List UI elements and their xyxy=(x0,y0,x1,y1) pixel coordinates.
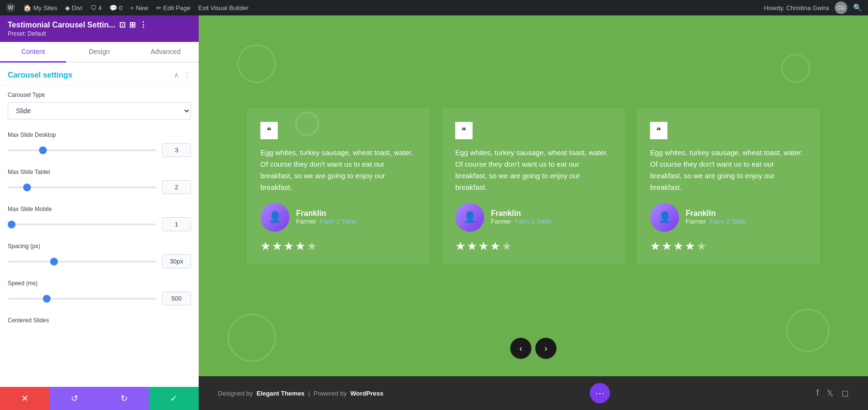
speed-control xyxy=(8,291,191,305)
settings-panel: Testimonial Carousel Settin... ⊡ ⊞ ⋮ Pre… xyxy=(0,15,199,410)
wp-logo-icon[interactable]: W xyxy=(6,3,15,13)
site-footer: Designed by Elegant Themes | Powered by … xyxy=(199,376,868,410)
panel-expand-icon[interactable]: ⊡ xyxy=(119,20,125,29)
spacing-setting: Spacing (px) xyxy=(0,237,199,274)
centered-slides-setting: Centered Slides xyxy=(0,311,199,334)
author-avatar-3: 👤 xyxy=(650,203,679,232)
author-name-2: Franklin xyxy=(491,209,551,218)
tab-design[interactable]: Design xyxy=(66,42,132,63)
max-slide-tablet-slider[interactable] xyxy=(8,186,156,188)
facebook-icon[interactable]: f xyxy=(816,388,819,398)
max-slide-tablet-value[interactable] xyxy=(162,180,191,194)
speed-label: Speed (ms) xyxy=(8,280,191,287)
stars-3: ★★★★★ xyxy=(650,239,806,253)
admin-bar-comments[interactable]: 🗨 4 xyxy=(90,4,102,12)
carousel-type-select[interactable]: Slide Fade Coverflow xyxy=(8,102,191,119)
settings-content: Carousel settings ∧ ⋮ Carousel Type Slid… xyxy=(0,63,199,387)
quote-icon-1: ❝ xyxy=(260,122,278,139)
tab-bar: Content Design Advanced xyxy=(0,42,199,63)
carousel-prev-button[interactable]: ‹ xyxy=(510,338,531,359)
speed-value[interactable] xyxy=(162,291,191,305)
admin-bar-exit-builder[interactable]: Exit Visual Builder xyxy=(198,4,249,12)
tab-advanced[interactable]: Advanced xyxy=(133,42,199,63)
redo-button[interactable]: ↻ xyxy=(99,387,149,410)
tab-content[interactable]: Content xyxy=(0,42,66,63)
main-layout: Testimonial Carousel Settin... ⊡ ⊞ ⋮ Pre… xyxy=(0,15,868,410)
author-desc-3: Farmer Farm 2 Table xyxy=(686,218,746,225)
quote-icon-3: ❝ xyxy=(650,122,667,139)
author-row-3: 👤 Franklin Farmer Farm 2 Table xyxy=(650,203,806,232)
carousel-container: ❝ Egg whites, turkey sausage, wheat toas… xyxy=(199,15,868,376)
author-info-3: Franklin Farmer Farm 2 Table xyxy=(686,209,746,225)
section-menu-icon[interactable]: ⋮ xyxy=(183,70,191,79)
comment2-icon: 💬 xyxy=(109,4,117,12)
carousel-track: ❝ Egg whites, turkey sausage, wheat toas… xyxy=(208,108,858,265)
author-avatar-img-2: 👤 xyxy=(455,203,484,232)
speed-setting: Speed (ms) xyxy=(0,274,199,311)
admin-bar-new[interactable]: + New xyxy=(130,4,149,12)
instagram-icon[interactable]: ◻ xyxy=(841,388,849,398)
admin-bar-right: Howdy, Christina Gwira CG 🔍 xyxy=(764,1,862,14)
author-avatar-img-1: 👤 xyxy=(260,203,289,232)
spacing-slider[interactable] xyxy=(8,261,156,263)
max-slide-tablet-setting: Max Slide Tablet xyxy=(0,163,199,200)
max-slide-mobile-slider[interactable] xyxy=(8,224,156,225)
testimonial-text-2: Egg whites, turkey sausage, wheat toast,… xyxy=(455,147,611,193)
max-slide-desktop-label: Max Slide Desktop xyxy=(8,132,191,138)
footer-text: Designed by Elegant Themes | Powered by … xyxy=(218,390,383,397)
section-title: Carousel settings xyxy=(8,71,174,79)
author-info-1: Franklin Farmer Farm 2 Table xyxy=(296,209,356,225)
stars-2: ★★★★★ xyxy=(455,239,611,253)
section-actions: ∧ ⋮ xyxy=(174,70,191,79)
section-header: Carousel settings ∧ ⋮ xyxy=(0,63,199,86)
author-avatar-1: 👤 xyxy=(260,203,289,232)
search-icon[interactable]: 🔍 xyxy=(853,3,862,12)
plus-icon: + xyxy=(130,4,134,12)
quote-icon-2: ❝ xyxy=(455,122,473,139)
divi-icon: ◆ xyxy=(65,4,70,12)
panel-grid-icon[interactable]: ⊞ xyxy=(129,20,136,29)
panel-header: Testimonial Carousel Settin... ⊡ ⊞ ⋮ Pre… xyxy=(0,15,199,42)
author-desc-1: Farmer Farm 2 Table xyxy=(296,218,356,225)
spacing-label: Spacing (px) xyxy=(8,243,191,250)
avatar[interactable]: CG xyxy=(835,1,847,14)
max-slide-desktop-value[interactable] xyxy=(162,143,191,157)
max-slide-desktop-control xyxy=(8,143,191,157)
author-row-2: 👤 Franklin Farmer Farm 2 Table xyxy=(455,203,611,232)
undo-button[interactable]: ↺ xyxy=(50,387,99,410)
comment-icon: 🗨 xyxy=(90,4,96,12)
stars-1: ★★★★★ xyxy=(260,239,417,253)
fab-button[interactable]: ⋯ xyxy=(590,383,610,403)
speed-slider[interactable] xyxy=(8,298,156,300)
cancel-button[interactable]: ✕ xyxy=(0,387,50,410)
section-collapse-icon[interactable]: ∧ xyxy=(174,70,179,79)
home-icon: 🏠 xyxy=(23,4,31,12)
edit-icon: ✏ xyxy=(156,4,162,12)
carousel-card-3: ❝ Egg whites, turkey sausage, wheat toas… xyxy=(637,108,820,265)
author-avatar-img-3: 👤 xyxy=(650,203,679,232)
max-slide-tablet-control xyxy=(8,180,191,194)
max-slide-tablet-label: Max Slide Tablet xyxy=(8,169,191,175)
author-desc-2: Farmer Farm 2 Table xyxy=(491,218,551,225)
panel-menu-icon[interactable]: ⋮ xyxy=(139,20,147,29)
admin-bar-comments2[interactable]: 💬 0 xyxy=(109,4,122,12)
carousel-card-1: ❝ Egg whites, turkey sausage, wheat toas… xyxy=(247,108,430,265)
carousel-type-label: Carousel Type xyxy=(8,92,191,98)
max-slide-desktop-setting: Max Slide Desktop xyxy=(0,126,199,163)
author-info-2: Franklin Farmer Farm 2 Table xyxy=(491,209,551,225)
max-slide-desktop-slider[interactable] xyxy=(8,149,156,151)
panel-preset[interactable]: Preset: Default xyxy=(8,30,191,37)
bottom-toolbar: ✕ ↺ ↻ ✓ xyxy=(0,387,199,410)
max-slide-mobile-setting: Max Slide Mobile xyxy=(0,200,199,237)
twitter-icon[interactable]: 𝕏 xyxy=(827,388,834,398)
author-name-3: Franklin xyxy=(686,209,746,218)
admin-bar-edit-page[interactable]: ✏ Edit Page xyxy=(156,4,190,12)
spacing-value[interactable] xyxy=(162,254,191,268)
max-slide-mobile-label: Max Slide Mobile xyxy=(8,206,191,212)
panel-title-text: Testimonial Carousel Settin... xyxy=(8,21,115,29)
admin-bar-divi[interactable]: ◆ Divi xyxy=(65,4,82,12)
save-button[interactable]: ✓ xyxy=(149,387,199,410)
carousel-next-button[interactable]: › xyxy=(535,338,556,359)
max-slide-mobile-value[interactable] xyxy=(162,217,191,231)
admin-bar-mysites[interactable]: 🏠 My Sites xyxy=(23,4,57,12)
